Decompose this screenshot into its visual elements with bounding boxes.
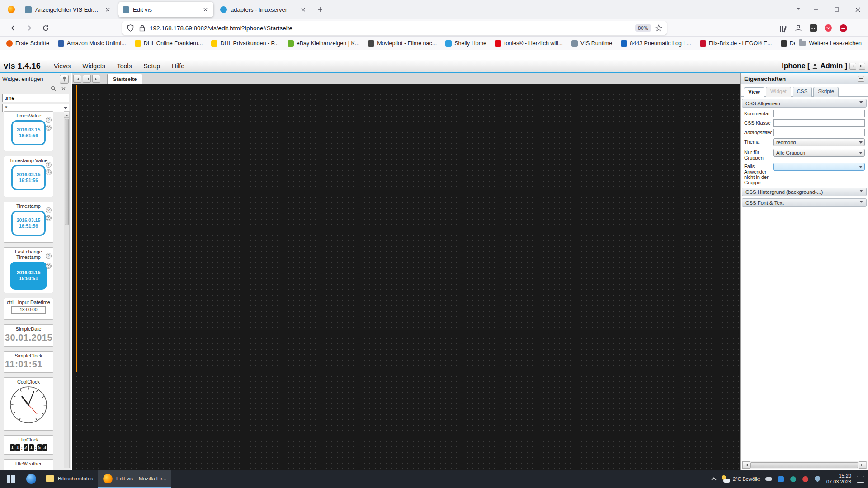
widget-card-htcweather[interactable]: HtcWeather xyxy=(4,459,53,470)
thema-select[interactable]: redmond xyxy=(773,138,865,146)
bookmark-item[interactable]: Erste Schritte xyxy=(6,40,49,47)
collapse-panel-icon[interactable] xyxy=(858,76,864,82)
pin-panel-button[interactable] xyxy=(60,75,69,84)
edit-canvas[interactable] xyxy=(72,84,740,470)
tab-view[interactable]: View xyxy=(744,87,764,97)
help-icon[interactable]: ? xyxy=(46,162,52,168)
taskbar-clock[interactable]: 15:20 07.03.2023 xyxy=(826,473,851,485)
panel-collapse-right-icon[interactable] xyxy=(859,63,865,70)
view-tab-startseite[interactable]: Startseite xyxy=(107,74,142,84)
defender-shield-icon[interactable] xyxy=(814,476,821,483)
gruppen-select[interactable]: Alle Gruppen xyxy=(773,149,865,157)
menu-hamburger-icon[interactable] xyxy=(855,24,863,32)
bookmark-item[interactable]: Shelly Home xyxy=(445,40,486,47)
tray-teal-app-icon[interactable] xyxy=(790,476,797,483)
close-button[interactable] xyxy=(847,0,868,19)
firefox-view-button[interactable] xyxy=(5,3,18,16)
tracking-shield-icon[interactable] xyxy=(126,24,134,32)
bookmark-item[interactable]: DHL Privatkunden - P... xyxy=(211,40,278,47)
more-bookmarks-button[interactable]: Weitere Lesezeichen xyxy=(795,37,862,50)
scrollbar-thumb[interactable] xyxy=(750,462,858,468)
help-icon[interactable]: ? xyxy=(46,117,52,123)
tab-close-icon[interactable] xyxy=(201,5,209,14)
reload-button[interactable] xyxy=(39,21,52,35)
tray-red-app-icon[interactable] xyxy=(802,476,809,483)
widget-filter-input[interactable] xyxy=(2,94,69,102)
scroll-right-icon[interactable] xyxy=(859,461,866,469)
bookmark-star-icon[interactable] xyxy=(655,24,663,32)
new-tab-button[interactable] xyxy=(314,3,326,16)
adblock-extension-icon[interactable] xyxy=(840,24,847,32)
list-all-tabs-icon[interactable] xyxy=(791,0,806,19)
forward-button[interactable] xyxy=(23,21,36,35)
tampermonkey-extension-icon[interactable] xyxy=(810,24,817,32)
clear-filter-icon[interactable] xyxy=(61,87,66,91)
tab-close-icon[interactable] xyxy=(104,5,112,14)
tab-skripte[interactable]: Skripte xyxy=(813,87,839,97)
pocket-icon[interactable] xyxy=(825,24,832,32)
tab-css[interactable]: CSS xyxy=(793,87,812,97)
maximize-button[interactable] xyxy=(826,0,847,19)
widget-card-timestamp-value[interactable]: Timestamp Value ? 2016.03.15 16:51:56 xyxy=(4,156,53,197)
bookmark-item[interactable]: DHL Online Frankieru... xyxy=(135,40,203,47)
url-bar[interactable]: 192.168.178.69:8082/vis/edit.html?Iphone… xyxy=(122,21,667,35)
bookmark-item[interactable]: Amazon Music Unlimi... xyxy=(58,40,126,47)
menu-views[interactable]: Views xyxy=(48,61,76,71)
scrollbar-thumb[interactable] xyxy=(65,119,69,225)
widget-list-scrollbar[interactable] xyxy=(64,111,70,468)
scroll-up-icon[interactable] xyxy=(64,112,69,118)
views-scroll-left-button[interactable] xyxy=(73,75,81,83)
taskbar-explorer-button[interactable]: Bildschirmfotos xyxy=(41,470,98,488)
browser-tab-2-active[interactable]: Edit vis xyxy=(118,2,213,17)
start-button[interactable] xyxy=(0,470,22,488)
back-button[interactable] xyxy=(6,21,20,35)
bookmark-item[interactable]: tonies® - Herzlich will... xyxy=(495,40,563,47)
tray-blue-app-icon[interactable] xyxy=(778,476,784,483)
panel-collapse-left-icon[interactable] xyxy=(849,63,856,70)
help-icon[interactable]: ? xyxy=(46,253,52,259)
widget-card-flipclock[interactable]: FlipClock 1 1 : 2 1 : 5 3 xyxy=(4,435,53,455)
widget-card-timestamp[interactable]: Timestamp ? 2016.03.15 16:51:56 xyxy=(4,202,53,243)
widget-card-coolclock[interactable]: CoolClock xyxy=(4,377,53,431)
widget-card-simpledate[interactable]: SimpleDate 30.01.2015 xyxy=(4,324,53,347)
views-scroll-right-button[interactable] xyxy=(92,75,100,83)
menu-widgets[interactable]: Widgets xyxy=(76,61,111,71)
views-list-button[interactable] xyxy=(83,75,91,83)
properties-hscrollbar[interactable] xyxy=(742,461,867,469)
taskbar-firefox-button[interactable]: Edit vis – Mozilla Fir... xyxy=(98,470,171,488)
notification-center-icon[interactable] xyxy=(857,476,864,483)
kommentar-input[interactable] xyxy=(773,110,865,117)
account-icon[interactable] xyxy=(794,24,802,32)
minimize-button[interactable] xyxy=(806,0,826,19)
widget-card-timesvalue[interactable]: TimesValue ? 2016.03.15 16:51:56 xyxy=(4,111,53,151)
bookmark-item[interactable]: Flix-Brix.de - LEGO® E... xyxy=(700,40,772,47)
menu-setup[interactable]: Setup xyxy=(137,61,166,71)
bookmark-item[interactable]: eBay Kleinanzeigen | K... xyxy=(288,40,359,47)
section-css-allgemein[interactable]: CSS Allgemein xyxy=(742,99,867,108)
bookmark-item[interactable]: 8443 Pneumatic Log L... xyxy=(621,40,691,47)
bookmark-item[interactable]: VIS Runtime xyxy=(571,40,612,47)
falls-gruppe-select[interactable] xyxy=(773,163,865,171)
section-css-font-text[interactable]: CSS Font & Text xyxy=(742,198,867,207)
section-css-hintergrund[interactable]: CSS Hintergrund (background-...) xyxy=(742,188,867,196)
tray-expand-icon[interactable] xyxy=(711,477,716,482)
taskbar-pinned-app-button[interactable] xyxy=(22,470,41,488)
library-icon[interactable] xyxy=(779,24,787,32)
browser-tab-3[interactable]: adapters - linuxserver xyxy=(216,2,311,17)
onedrive-cloud-icon[interactable] xyxy=(765,476,772,483)
widget-card-simpleclock[interactable]: SimpleClock 11:01:51 xyxy=(4,351,53,373)
help-icon[interactable]: ? xyxy=(46,207,52,213)
menu-tools[interactable]: Tools xyxy=(111,61,138,71)
tab-close-icon[interactable] xyxy=(299,5,307,14)
weather-widget[interactable]: 2°C Bewölkt xyxy=(721,475,760,483)
browser-tab-1[interactable]: Anzeigefehler VIS Editior xyxy=(21,2,116,17)
widget-card-lastchange-timestamp[interactable]: Last change Timestamp ? 2016.03.15 15:50… xyxy=(4,247,53,293)
url-text[interactable]: 192.168.178.69:8082/vis/edit.html?Iphone… xyxy=(150,25,632,32)
bookmark-item[interactable]: Moviepilot - Filme nac... xyxy=(368,40,437,47)
widget-card-input-datetime[interactable]: ctrl - Input Datetime 18:00:00 xyxy=(4,298,53,320)
css-klasse-input[interactable] xyxy=(773,119,865,127)
site-security-icon[interactable] xyxy=(138,24,146,32)
zoom-level-button[interactable]: 80% xyxy=(635,24,651,32)
menu-hilfe[interactable]: Hilfe xyxy=(166,61,190,71)
scroll-left-icon[interactable] xyxy=(742,461,750,469)
